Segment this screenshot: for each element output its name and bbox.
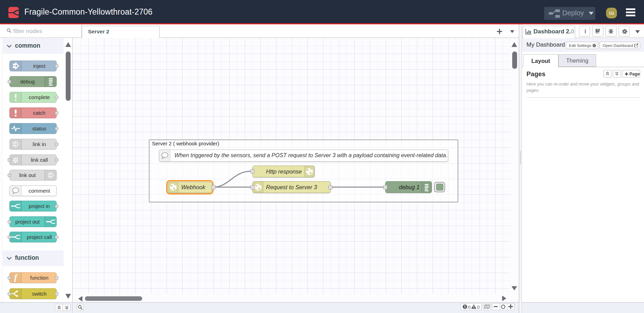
svg-text:i: i (585, 28, 586, 34)
svg-text:f: f (14, 273, 18, 282)
